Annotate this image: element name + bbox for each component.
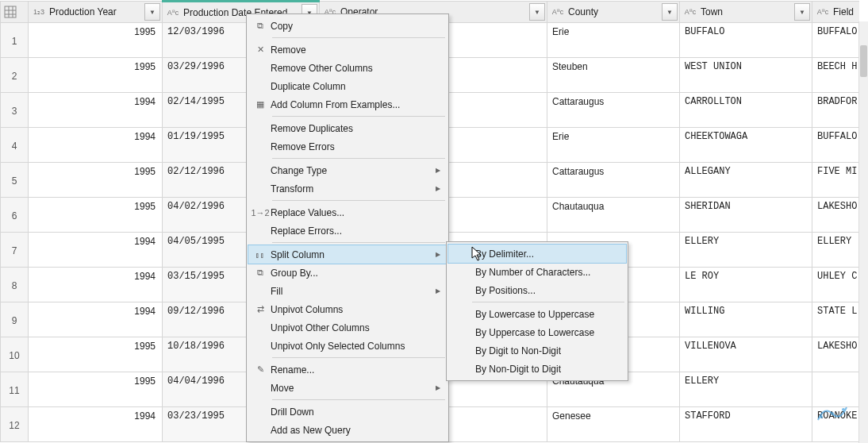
vertical-scrollbar[interactable]: [858, 21, 868, 443]
cell-production-year[interactable]: 1994: [29, 233, 163, 268]
cell-field[interactable]: UHLEY C: [812, 268, 860, 302]
menu-item-drill-down[interactable]: Drill Down: [248, 403, 447, 421]
row-number-cell[interactable]: 8: [1, 268, 29, 302]
cell-field[interactable]: ELLERY: [812, 233, 860, 268]
menu-label: Move: [271, 383, 294, 394]
column-header-field[interactable]: Aᴮc Field: [812, 2, 860, 23]
cell-production-year[interactable]: 1994: [29, 302, 163, 337]
cell-county[interactable]: Cattaraugus: [547, 93, 680, 128]
submenu-item-by-lowercase-to-uppercase[interactable]: By Lowercase to Uppercase: [448, 305, 626, 323]
cell-town[interactable]: CHEEKTOWAGA: [680, 128, 812, 163]
filter-dropdown-button[interactable]: ▼: [529, 3, 545, 21]
cell-field[interactable]: BUFFALO: [812, 23, 860, 58]
row-number-cell[interactable]: 5: [1, 163, 29, 198]
menu-item-move[interactable]: Move: [248, 379, 447, 397]
menu-item-duplicate-column[interactable]: Duplicate Column: [248, 77, 447, 95]
menu-item-split-column[interactable]: ⫾⫾ Split Column: [248, 245, 447, 264]
cell-county[interactable]: Steuben: [547, 58, 680, 93]
row-number-cell[interactable]: 10: [1, 337, 29, 372]
column-header-production-year[interactable]: 1₂3 Production Year ▼: [29, 2, 163, 23]
menu-item-add-as-new-query[interactable]: Add as New Query: [248, 421, 447, 439]
cell-field[interactable]: BUFFALO: [812, 128, 860, 163]
cell-county[interactable]: Erie: [547, 23, 680, 58]
cell-field[interactable]: LAKESHO: [812, 198, 860, 233]
row-number-cell[interactable]: 6: [1, 198, 29, 233]
cell-field[interactable]: [812, 372, 860, 407]
menu-item-remove-other-columns[interactable]: Remove Other Columns: [248, 59, 447, 77]
menu-item-copy[interactable]: ⧉ Copy: [248, 17, 447, 35]
cell-production-year[interactable]: 1995: [29, 163, 163, 198]
scrollbar-thumb[interactable]: [860, 45, 867, 77]
cell-town[interactable]: WILLING: [680, 302, 812, 337]
submenu-item-by-digit-to-non-digit[interactable]: By Digit to Non-Digit: [448, 341, 626, 360]
replace-values-icon: 1→2: [250, 206, 271, 220]
split-column-submenu: By Delimiter... By Number of Characters.…: [446, 241, 628, 381]
menu-item-fill[interactable]: Fill: [248, 282, 447, 300]
cell-town[interactable]: WEST UNION: [680, 58, 812, 93]
cell-field[interactable]: BEECH H: [812, 58, 860, 93]
cell-production-year[interactable]: 1995: [29, 372, 163, 407]
cell-town[interactable]: SHERIDAN: [680, 198, 812, 233]
row-number-cell[interactable]: 4: [1, 128, 29, 163]
cell-county[interactable]: Chautauqua: [547, 198, 680, 233]
menu-item-unpivot-columns[interactable]: ⇄ Unpivot Columns: [248, 300, 447, 318]
cell-town[interactable]: BUFFALO: [680, 23, 812, 58]
submenu-item-by-positions[interactable]: By Positions...: [448, 281, 626, 299]
menu-item-unpivot-other-columns[interactable]: Unpivot Other Columns: [248, 318, 447, 337]
cell-production-year[interactable]: 1994: [29, 407, 163, 442]
menu-item-rename[interactable]: ✎ Rename...: [248, 360, 447, 379]
filter-dropdown-button[interactable]: ▼: [662, 3, 678, 21]
column-header-rownum[interactable]: [1, 2, 29, 23]
cell-production-year[interactable]: 1994: [29, 93, 163, 128]
cell-production-year[interactable]: 1995: [29, 198, 163, 233]
cell-field[interactable]: ROANOKE: [812, 407, 860, 442]
submenu-item-by-non-digit-to-digit[interactable]: By Non-Digit to Digit: [448, 360, 626, 378]
submenu-item-by-delimiter[interactable]: By Delimiter...: [448, 245, 626, 263]
cell-county[interactable]: Erie: [547, 128, 680, 163]
menu-label: Replace Values...: [271, 207, 344, 218]
cell-field[interactable]: BRADFOR: [812, 93, 860, 128]
cell-town[interactable]: ELLERY: [680, 372, 812, 407]
menu-item-transform[interactable]: Transform: [248, 179, 447, 198]
column-header-town[interactable]: Aᴮc Town ▼: [680, 2, 812, 23]
text-type-icon: Aᴮc: [816, 5, 830, 19]
cell-production-year[interactable]: 1995: [29, 58, 163, 93]
cell-production-year[interactable]: 1995: [29, 337, 163, 372]
row-number-cell[interactable]: 3: [1, 93, 29, 128]
row-number-cell[interactable]: 2: [1, 58, 29, 93]
menu-item-replace-values[interactable]: 1→2 Replace Values...: [248, 203, 447, 222]
filter-dropdown-button[interactable]: ▼: [144, 3, 160, 21]
cell-production-year[interactable]: 1994: [29, 268, 163, 302]
cell-county[interactable]: Genesee: [547, 407, 680, 442]
cell-field[interactable]: STATE L: [812, 302, 860, 337]
menu-item-remove[interactable]: ✕ Remove: [248, 40, 447, 59]
menu-label: Duplicate Column: [271, 81, 346, 92]
submenu-item-by-uppercase-to-lowercase[interactable]: By Uppercase to Lowercase: [448, 323, 626, 341]
cell-town[interactable]: VILLENOVA: [680, 337, 812, 372]
cell-county[interactable]: Cattaraugus: [547, 163, 680, 198]
cell-town[interactable]: LE ROY: [680, 268, 812, 302]
menu-item-add-column-from-examples[interactable]: ▦ Add Column From Examples...: [248, 95, 447, 114]
cell-town[interactable]: STAFFORD: [680, 407, 812, 442]
menu-item-group-by[interactable]: ⧉ Group By...: [248, 264, 447, 282]
menu-item-replace-errors[interactable]: Replace Errors...: [248, 222, 447, 240]
row-number-cell[interactable]: 1: [1, 23, 29, 58]
cell-town[interactable]: ALLEGANY: [680, 163, 812, 198]
cell-production-year[interactable]: 1995: [29, 23, 163, 58]
row-number-cell[interactable]: 7: [1, 233, 29, 268]
cell-production-year[interactable]: 1994: [29, 128, 163, 163]
cell-town[interactable]: ELLERY: [680, 233, 812, 268]
column-header-county[interactable]: Aᴮc County ▼: [547, 2, 680, 23]
submenu-item-by-number-of-characters[interactable]: By Number of Characters...: [448, 263, 626, 281]
cell-town[interactable]: CARROLLTON: [680, 93, 812, 128]
row-number-cell[interactable]: 11: [1, 372, 29, 407]
row-number-cell[interactable]: 9: [1, 302, 29, 337]
filter-dropdown-button[interactable]: ▼: [794, 3, 810, 21]
row-number-cell[interactable]: 12: [1, 407, 29, 442]
menu-item-remove-errors[interactable]: Remove Errors: [248, 137, 447, 156]
menu-item-change-type[interactable]: Change Type: [248, 161, 447, 179]
cell-field[interactable]: LAKESHO: [812, 337, 860, 372]
cell-field[interactable]: FIVE MI: [812, 163, 860, 198]
menu-item-remove-duplicates[interactable]: Remove Duplicates: [248, 119, 447, 137]
menu-item-unpivot-only-selected-columns[interactable]: Unpivot Only Selected Columns: [248, 337, 447, 355]
